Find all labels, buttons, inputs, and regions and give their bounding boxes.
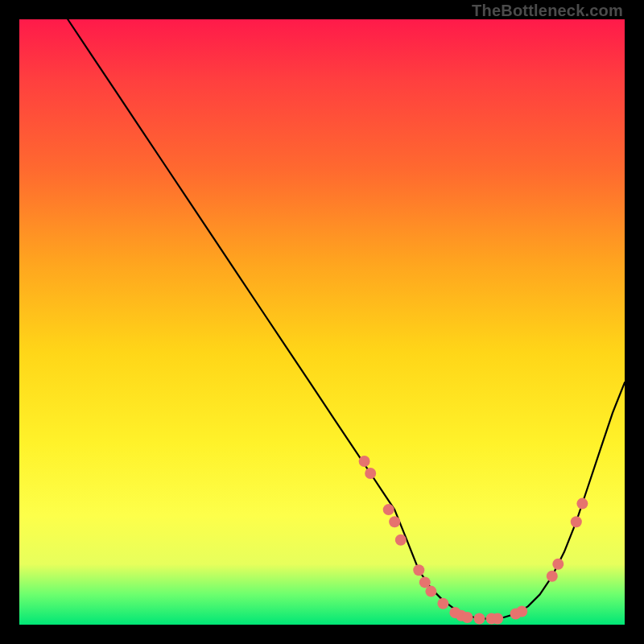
- curve-marker: [383, 504, 394, 515]
- curve-marker: [365, 468, 376, 479]
- curve-marker: [492, 613, 503, 625]
- bottleneck-curve: [68, 19, 625, 619]
- curve-marker: [389, 516, 400, 527]
- curve-svg: [19, 19, 625, 625]
- curve-marker: [474, 613, 485, 625]
- curve-marker: [547, 571, 558, 582]
- curve-marker: [395, 535, 407, 546]
- plot-area: [19, 19, 625, 625]
- curve-marker: [552, 559, 564, 570]
- curve-marker: [437, 598, 448, 609]
- curve-marker: [413, 564, 424, 576]
- watermark-label: TheBottleneck.com: [472, 2, 623, 20]
- chart-frame: TheBottleneck.com: [0, 0, 644, 644]
- curve-marker: [359, 456, 370, 467]
- curve-marker: [425, 586, 436, 597]
- curve-marker: [571, 516, 582, 527]
- curve-markers: [359, 456, 588, 625]
- curve-marker: [576, 498, 588, 510]
- curve-marker: [462, 612, 473, 623]
- curve-marker: [516, 606, 527, 617]
